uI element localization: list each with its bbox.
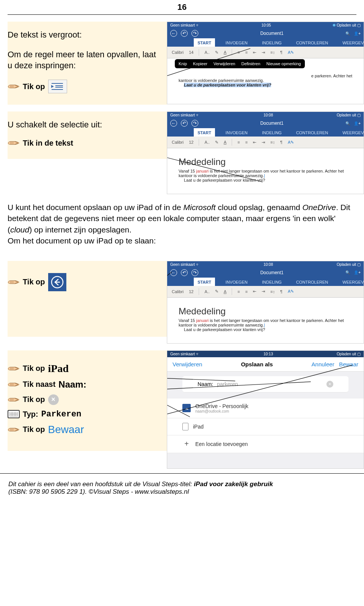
undo-icon[interactable]: ↶ bbox=[181, 120, 188, 127]
para-icon[interactable]: ¶ bbox=[280, 50, 282, 55]
step-label: Tik op bbox=[23, 425, 45, 434]
fontcolor-icon[interactable]: A bbox=[224, 50, 226, 55]
font-name[interactable]: Calibri bbox=[172, 140, 184, 144]
styles-icon[interactable]: A.. bbox=[204, 140, 209, 144]
undo-icon[interactable]: ↶ bbox=[181, 30, 188, 37]
styles-icon[interactable]: A.. bbox=[204, 50, 209, 55]
onedrive-row[interactable]: ☁ OneDrive - Persoonlijknaam@outlook.com bbox=[167, 399, 364, 418]
doc-line1: Vanaf 15 januari is het niet langer toeg… bbox=[179, 318, 352, 327]
tab-weergeven[interactable]: WEERGEVEN bbox=[339, 278, 364, 286]
doc-line2: Laat u de parkeerplaatsen voor klanten v… bbox=[179, 327, 352, 332]
ctx-verwijder[interactable]: Verwijderen bbox=[213, 61, 235, 66]
styles2-icon[interactable]: A✎ bbox=[288, 50, 294, 55]
tab-weergeven[interactable]: WEERGEVEN bbox=[339, 38, 364, 47]
highlight-icon[interactable]: ✎ bbox=[215, 289, 218, 294]
save-button[interactable]: Bewaar bbox=[339, 361, 358, 367]
cancel-button[interactable]: Annuleer bbox=[312, 361, 334, 367]
font-size[interactable]: 14 bbox=[189, 50, 193, 55]
instr-heading-1: De tekst is vergroot: bbox=[8, 29, 161, 41]
redo-icon[interactable]: ↷ bbox=[191, 269, 198, 276]
tab-indeling[interactable]: INDELING bbox=[258, 38, 286, 47]
styles-icon[interactable]: A.. bbox=[204, 289, 209, 294]
filename-input[interactable] bbox=[217, 381, 323, 387]
step-label: Typ: bbox=[23, 410, 38, 419]
ctx-nieuw[interactable]: Nieuwe opmerking bbox=[267, 61, 301, 66]
tab-invoegen[interactable]: INVOEGEN bbox=[222, 128, 251, 137]
tab-controleren[interactable]: CONTROLEREN bbox=[292, 128, 332, 137]
share-icon[interactable]: 👤+ bbox=[354, 121, 361, 126]
outdent-icon[interactable]: ⇤ bbox=[253, 50, 256, 55]
highlight-icon[interactable]: ✎ bbox=[215, 50, 218, 55]
undo-icon[interactable]: ↶ bbox=[181, 269, 188, 276]
tab-weergeven[interactable]: WEERGEVEN bbox=[339, 128, 364, 137]
tab-controleren[interactable]: CONTROLEREN bbox=[292, 278, 332, 286]
ctx-knip[interactable]: Knip bbox=[179, 61, 187, 66]
indent-icon[interactable]: ⇥ bbox=[262, 140, 265, 145]
tab-start[interactable]: START bbox=[194, 38, 215, 47]
bullets-icon[interactable]: ≡ bbox=[237, 50, 240, 55]
styles2-icon[interactable]: A✎ bbox=[288, 140, 294, 145]
tab-indeling[interactable]: INDELING bbox=[258, 278, 286, 286]
step-2: Tik in de tekst bbox=[8, 139, 161, 148]
indent-icon[interactable]: ⇥ bbox=[262, 289, 265, 294]
doc-line1: Vanaf 15 januari is het niet langer toeg… bbox=[179, 169, 352, 178]
tab-controleren[interactable]: CONTROLEREN bbox=[292, 38, 332, 47]
share-icon[interactable]: 👤+ bbox=[354, 270, 361, 275]
page-number: 16 bbox=[0, 0, 364, 14]
ipad-row[interactable]: iPad bbox=[167, 418, 364, 435]
back-icon[interactable]: ← bbox=[170, 269, 177, 276]
ctx-kopieer[interactable]: Kopieer bbox=[193, 61, 207, 66]
numbering-icon[interactable]: ≡ bbox=[245, 140, 248, 144]
plus-icon: + bbox=[182, 440, 191, 448]
redo-icon[interactable]: ↷ bbox=[191, 120, 198, 127]
outdent-icon[interactable]: ⇤ bbox=[253, 140, 256, 145]
doc-line2: Laat u de parkeerplaatsen voor klanten v… bbox=[179, 178, 352, 182]
doc-name: Document1 bbox=[202, 270, 342, 275]
add-location-label: Een locatie toevoegen bbox=[195, 441, 248, 447]
search-icon[interactable]: 🔍 bbox=[345, 270, 350, 275]
search-icon[interactable]: 🔍 bbox=[345, 121, 350, 126]
clear-input-icon: × bbox=[48, 394, 59, 405]
name-label: Naam: bbox=[198, 381, 213, 387]
tab-invoegen[interactable]: INVOEGEN bbox=[222, 278, 251, 286]
delete-button[interactable]: Verwijderen bbox=[173, 361, 202, 367]
share-icon[interactable]: 👤+ bbox=[354, 31, 361, 36]
outdent-icon[interactable]: ⇤ bbox=[253, 289, 256, 294]
search-icon[interactable]: 🔍 bbox=[345, 31, 350, 36]
align-icon[interactable]: ≡↕ bbox=[270, 50, 275, 55]
bullets-icon[interactable]: ≡ bbox=[237, 140, 240, 144]
back-icon[interactable]: ← bbox=[170, 30, 177, 37]
font-name[interactable]: Calibri bbox=[172, 289, 184, 294]
highlight-icon[interactable]: ✎ bbox=[215, 140, 218, 145]
numbering-icon[interactable]: ≡ bbox=[245, 50, 248, 55]
status-right: Opladen uit ▢ bbox=[337, 113, 361, 117]
back-icon[interactable]: ← bbox=[170, 120, 177, 127]
para-icon[interactable]: ¶ bbox=[280, 140, 282, 144]
tab-indeling[interactable]: INDELING bbox=[258, 128, 286, 137]
font-name[interactable]: Calibri bbox=[172, 50, 184, 55]
tab-invoegen[interactable]: INVOEGEN bbox=[222, 38, 251, 47]
instruction-block-1: De tekst is vergroot: Om de regel meer t… bbox=[8, 22, 167, 105]
styles2-icon[interactable]: A✎ bbox=[288, 289, 294, 294]
para-icon[interactable]: ¶ bbox=[280, 289, 282, 294]
ctx-def[interactable]: Definiëren bbox=[241, 61, 260, 66]
font-size[interactable]: 12 bbox=[189, 140, 193, 144]
doc-line1: e parkeren. Achter het bbox=[179, 74, 352, 78]
status-right: Opladen uit ▢ bbox=[337, 262, 361, 267]
tab-start[interactable]: START bbox=[194, 128, 215, 137]
align-icon[interactable]: ≡↕ bbox=[270, 140, 275, 144]
clear-name-icon[interactable]: × bbox=[326, 381, 333, 388]
ribbon-tabs: START INVOEGEN INDELING CONTROLEREN WEER… bbox=[167, 38, 364, 47]
fontcolor-icon[interactable]: A bbox=[224, 289, 226, 294]
redo-icon[interactable]: ↷ bbox=[191, 30, 198, 37]
tab-start[interactable]: START bbox=[194, 278, 215, 286]
numbering-icon[interactable]: ≡ bbox=[245, 289, 248, 294]
screenshot-1: Geen simkaart ᯤ10:05✽ Opladen uit ▢ ← ↶ … bbox=[167, 22, 364, 104]
indent-icon[interactable]: ⇥ bbox=[262, 50, 265, 55]
font-size[interactable]: 12 bbox=[189, 289, 193, 294]
add-location-row[interactable]: + Een locatie toevoegen bbox=[167, 435, 364, 453]
bullets-icon[interactable]: ≡ bbox=[237, 289, 240, 294]
save-dialog-bar: Verwijderen Opslaan als Annuleer Bewaar bbox=[167, 357, 364, 372]
align-icon[interactable]: ≡↕ bbox=[270, 289, 275, 294]
fontcolor-icon[interactable]: A bbox=[224, 140, 226, 144]
